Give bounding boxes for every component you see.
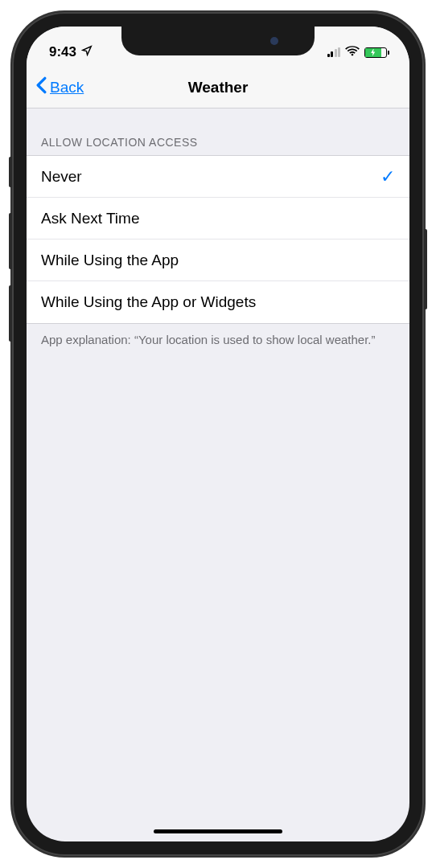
content-area: ALLOW LOCATION ACCESS Never ✓ Ask Next T… — [27, 108, 409, 356]
section-footer: App explanation: “Your location is used … — [27, 324, 409, 356]
screen: 9:43 — [27, 27, 409, 841]
options-list: Never ✓ Ask Next Time While Using the Ap… — [27, 155, 409, 324]
back-button[interactable]: Back — [27, 76, 84, 98]
page-title: Weather — [188, 79, 249, 96]
home-indicator[interactable] — [154, 829, 282, 833]
volume-down-button — [9, 285, 12, 342]
front-camera — [270, 37, 278, 45]
option-never[interactable]: Never ✓ — [27, 156, 409, 198]
silence-switch — [9, 157, 12, 187]
phone-frame: 9:43 — [12, 12, 424, 856]
wifi-icon — [345, 45, 360, 59]
location-arrow-icon — [81, 44, 93, 60]
battery-charging-icon — [364, 47, 387, 58]
checkmark-icon: ✓ — [380, 166, 395, 187]
side-button — [424, 229, 427, 309]
option-label: While Using the App — [41, 252, 179, 269]
chevron-left-icon — [36, 76, 47, 98]
option-label: While Using the App or Widgets — [41, 293, 256, 311]
option-ask-next-time[interactable]: Ask Next Time — [27, 198, 409, 240]
back-label: Back — [50, 79, 84, 96]
notch — [121, 27, 315, 55]
option-while-using-app[interactable]: While Using the App — [27, 240, 409, 281]
navigation-bar: Back Weather — [27, 67, 409, 108]
option-while-using-app-or-widgets[interactable]: While Using the App or Widgets — [27, 281, 409, 323]
volume-up-button — [9, 213, 12, 269]
option-label: Ask Next Time — [41, 210, 139, 227]
cellular-signal-icon — [327, 47, 341, 57]
section-header: ALLOW LOCATION ACCESS — [27, 108, 409, 155]
status-time: 9:43 — [49, 44, 76, 60]
option-label: Never — [41, 168, 82, 186]
